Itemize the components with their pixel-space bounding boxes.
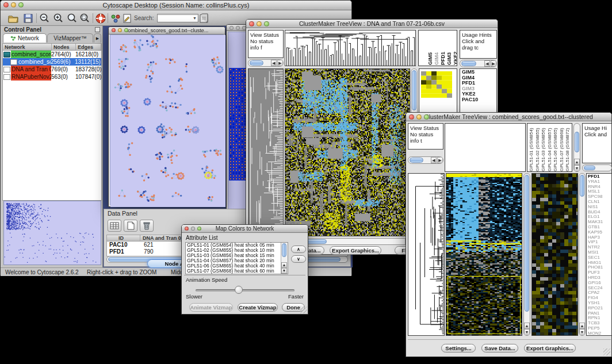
close-icon[interactable] <box>185 227 189 231</box>
animate-vizmap-button[interactable]: Animate Vizmap <box>189 303 233 312</box>
search-label: Search: <box>134 15 154 21</box>
network-row[interactable]: DNA and Tran 07769(0)183728(0) <box>3 66 101 73</box>
column-label[interactable]: YKE2 <box>453 32 457 65</box>
usage-hints-scrollbar[interactable]: ◀▶ <box>460 60 497 67</box>
animation-speed-label: Animation Speed <box>186 277 227 283</box>
document-icon <box>3 67 10 72</box>
main-titlebar[interactable]: Cytoscape Desktop (Session Name: collins… <box>1 1 351 10</box>
minimize-icon[interactable] <box>191 227 195 231</box>
save-data-button[interactable]: Save Data... <box>481 344 518 352</box>
network-row[interactable]: combined_scores2764(0)16218(0) <box>3 51 101 58</box>
help-lifebuoy-icon[interactable] <box>95 13 106 24</box>
zoom-window-icon[interactable] <box>424 114 429 120</box>
network-row[interactable]: RNAPuberNov2+563(0)107847(0) <box>3 73 101 81</box>
tab-more-arrow[interactable]: ▶ <box>94 33 101 43</box>
zoom-window-icon[interactable] <box>197 227 201 231</box>
heatmap-vscrollbar[interactable]: ▲ ▼ <box>523 173 530 336</box>
network1-canvas[interactable] <box>110 35 224 205</box>
attribute-list-scrollbar[interactable]: ▲ ▼ <box>281 243 288 274</box>
tab-network[interactable]: Network <box>3 33 47 43</box>
column-label[interactable]: GPL51-03 (GSM856) <box>541 124 547 171</box>
zoom-window-icon[interactable] <box>264 21 269 26</box>
network-view-window-1: combined_scores_good.txt--cluste... <box>108 26 225 207</box>
resize-grip[interactable] <box>300 306 307 313</box>
network-row[interactable]: combined_sco2569(6)13112(15) <box>3 58 101 66</box>
gene-label[interactable]: MON2 <box>588 331 611 336</box>
attribute-list-label: Attribute List <box>186 235 218 241</box>
open-file-icon[interactable] <box>7 13 19 24</box>
node-style-icon[interactable] <box>110 13 121 24</box>
animation-speed-slider[interactable] <box>196 289 294 292</box>
column-label[interactable]: GPL51-02 (GSM855) <box>535 124 541 171</box>
treeview1-title: ClusterMaker TreeView : DNA and Tran 07-… <box>299 20 445 27</box>
close-icon[interactable] <box>3 2 9 7</box>
row-id: PFD1 <box>107 248 140 255</box>
move-down-button[interactable]: ∨ <box>291 255 306 263</box>
close-icon[interactable] <box>230 26 234 30</box>
catalog-icon[interactable] <box>198 13 210 24</box>
zoom-out-icon[interactable] <box>39 13 50 24</box>
close-icon[interactable] <box>112 28 116 32</box>
status-zoom-hint: Right-click + drag to ZOOM <box>87 269 156 275</box>
minimize-icon[interactable] <box>257 21 262 26</box>
zoom-window-icon[interactable] <box>124 28 128 32</box>
column-label[interactable]: GPL51-04 (GSM857) <box>547 124 553 171</box>
minimize-icon[interactable] <box>416 114 422 120</box>
row-label[interactable]: PAC10 <box>462 97 496 103</box>
slider-thumb[interactable] <box>235 286 243 294</box>
network-name: RNAPuberNov2+ <box>11 73 51 81</box>
row-dendrogram[interactable] <box>248 68 284 236</box>
column-labels-vscrollbar[interactable]: ▲ ▼ <box>573 123 580 172</box>
view-status-scrollbar[interactable]: ◀▶ <box>248 59 284 67</box>
usage-hints-scrollbar[interactable] <box>582 164 612 171</box>
move-up-button[interactable]: ∧ <box>291 246 306 253</box>
export-graphics-button[interactable]: Export Graphics... <box>524 344 576 352</box>
column-dendrogram[interactable] <box>445 123 526 172</box>
chevron-down-icon[interactable]: ▼ <box>193 16 197 20</box>
tab-vizmapper[interactable]: VizMapper™ <box>47 33 93 43</box>
new-attribute-icon[interactable] <box>124 220 137 232</box>
zoom-selected-icon[interactable] <box>79 13 90 24</box>
window-controls[interactable] <box>3 2 24 7</box>
settings-button[interactable]: Settings... <box>441 344 476 352</box>
row-dendrogram[interactable] <box>408 173 445 336</box>
slower-label: Slower <box>186 293 202 300</box>
minimize-icon[interactable] <box>118 28 122 32</box>
network-list-header[interactable]: Network Nodes Edges <box>3 44 101 51</box>
column-label[interactable]: GPL51-06 (GSM865) <box>553 124 559 171</box>
column-label[interactable]: GPL51-08 (GSM872) <box>565 124 571 171</box>
zoom-fit-icon[interactable] <box>66 13 78 24</box>
network1-titlebar[interactable]: combined_scores_good.txt--cluste... <box>109 27 225 35</box>
column-label[interactable]: GPL51-07 (GSM868) <box>559 124 565 171</box>
resize-grip[interactable] <box>603 348 610 355</box>
float-panel-icon[interactable] <box>95 27 100 32</box>
gene-list-vscrollbar[interactable]: ▲ ▼ <box>579 173 586 336</box>
view-status-scrollbar[interactable]: ◀▶ <box>408 156 443 164</box>
treeview1-titlebar[interactable]: ClusterMaker TreeView : DNA and Tran 07-… <box>246 20 498 28</box>
close-icon[interactable] <box>249 21 254 26</box>
column-labels-panel: GPL51-01 (GSM854)GPL51-02 (GSM855)GPL51-… <box>527 123 572 172</box>
create-vizmap-button[interactable]: Create Vizmap <box>238 303 278 312</box>
zoom-window-icon[interactable] <box>18 2 24 7</box>
heatmap-main[interactable] <box>446 173 522 336</box>
attribute-list[interactable]: GPL51-01 (GSM854) heat shock 05 minGPL51… <box>185 242 288 274</box>
column-label[interactable]: GPL51-01 (GSM854) <box>529 124 535 171</box>
annotation-icon[interactable] <box>121 13 133 24</box>
export-graphics-button[interactable]: Export Graphics... <box>330 246 381 255</box>
search-input[interactable]: ▼ <box>157 14 198 22</box>
heatmap-secondary[interactable] <box>531 173 578 336</box>
attribute-item[interactable]: GPL51-07 (GSM868) heat shock 60 min <box>186 269 288 274</box>
zoom-in-icon[interactable] <box>52 13 64 24</box>
minimize-icon[interactable] <box>11 2 16 7</box>
attribute-table-icon[interactable] <box>108 220 121 232</box>
view-status-panel: View Status No status info f <box>248 30 284 58</box>
network-overview-panel[interactable] <box>3 201 101 265</box>
delete-attribute-icon[interactable] <box>140 220 154 232</box>
column-dendrogram[interactable] <box>285 30 416 66</box>
heatmap-main[interactable] <box>285 68 410 236</box>
save-icon[interactable] <box>22 13 34 24</box>
minimize-icon[interactable] <box>236 26 240 30</box>
close-icon[interactable] <box>409 114 414 120</box>
dialog-titlebar[interactable]: Map Colors to Network <box>182 225 308 233</box>
treeview2-titlebar[interactable]: ClusterMaker TreeView : combined_scores_… <box>406 113 611 121</box>
